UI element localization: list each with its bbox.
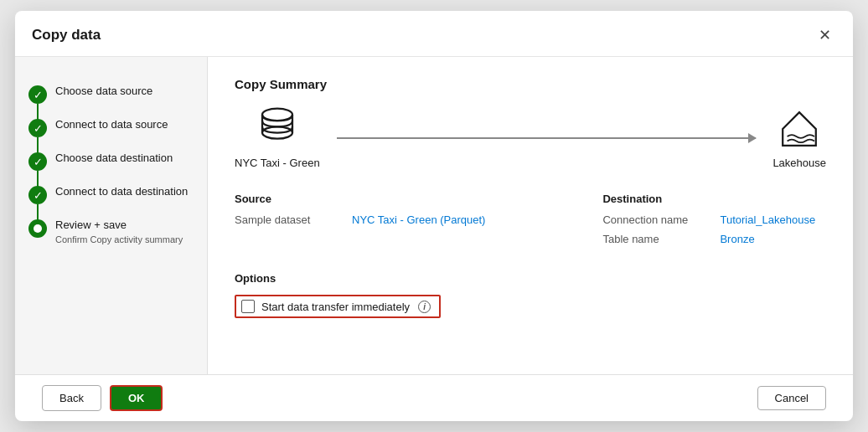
start-transfer-checkbox-row[interactable]: Start data transfer immediately i — [235, 295, 441, 318]
step-text-1: Choose data source — [55, 84, 152, 99]
step-label-4: Connect to data destination — [55, 184, 188, 199]
step-circle-2: ✓ — [28, 119, 47, 137]
dialog-title: Copy data — [32, 27, 101, 44]
step-label-3: Choose data destination — [55, 151, 173, 166]
lakehouse-icon — [777, 106, 822, 152]
dialog-header: Copy data ✕ — [15, 11, 853, 57]
step-label-2: Connect to data source — [55, 117, 168, 132]
dest-value-2: Bronze — [720, 233, 754, 245]
arrow-line — [337, 137, 757, 139]
dest-col-title: Destination — [602, 193, 815, 205]
copy-data-dialog: Copy data ✕ ✓ Choose data source ✓ Conne… — [15, 11, 853, 421]
dest-key-2: Table name — [602, 233, 695, 245]
back-button[interactable]: Back — [42, 385, 101, 411]
copy-summary-title: Copy Summary — [235, 77, 826, 91]
step-circle-5 — [28, 219, 47, 238]
step-circle-1: ✓ — [28, 85, 47, 104]
sidebar-item-choose-dest: ✓ Choose data destination — [15, 144, 207, 177]
step-text-2: Connect to data source — [55, 117, 168, 132]
flow-arrow — [337, 137, 757, 139]
start-transfer-checkbox[interactable] — [241, 300, 255, 313]
source-key: Sample dataset — [235, 213, 327, 226]
step-label-5: Review + save — [55, 218, 183, 233]
step-sublabel-5: Confirm Copy activity summary — [55, 234, 183, 244]
checkmark-icon-3: ✓ — [34, 157, 43, 167]
info-icon: i — [418, 301, 431, 313]
dest-label: Lakehouse — [772, 157, 826, 169]
checkmark-icon-1: ✓ — [34, 90, 43, 100]
step-text-4: Connect to data destination — [55, 184, 188, 199]
checkmark-icon-4: ✓ — [34, 190, 43, 201]
step-label-1: Choose data source — [55, 84, 152, 99]
step-circle-4: ✓ — [28, 186, 47, 204]
sidebar-item-choose-source: ✓ Choose data source — [15, 77, 207, 111]
dest-info-col: Destination Connection name Tutorial_Lak… — [602, 193, 815, 252]
dest-value-1: Tutorial_Lakehouse — [720, 213, 815, 226]
cancel-button[interactable]: Cancel — [757, 386, 826, 410]
options-title: Options — [235, 272, 826, 285]
source-value: NYC Taxi - Green (Parquet) — [352, 213, 485, 226]
dest-info-row-2: Table name Bronze — [602, 233, 815, 245]
source-col-title: Source — [235, 193, 485, 205]
database-icon — [255, 106, 300, 152]
copy-flow: NYC Taxi - Green Lakehouse — [235, 106, 826, 169]
checkmark-icon-2: ✓ — [34, 123, 43, 134]
step-text-3: Choose data destination — [55, 151, 173, 166]
checkmark-icon-5 — [34, 224, 42, 233]
sidebar: ✓ Choose data source ✓ Connect to data s… — [15, 57, 208, 374]
dest-flow-icon: Lakehouse — [772, 106, 826, 169]
close-button[interactable]: ✕ — [814, 24, 836, 46]
dest-key-1: Connection name — [602, 213, 695, 226]
dialog-body: ✓ Choose data source ✓ Connect to data s… — [15, 57, 853, 374]
source-info-row: Sample dataset NYC Taxi - Green (Parquet… — [235, 213, 485, 226]
source-info-col: Source Sample dataset NYC Taxi - Green (… — [235, 193, 485, 252]
options-section: Options Start data transfer immediately … — [235, 272, 826, 318]
sidebar-item-connect-source: ✓ Connect to data source — [15, 111, 207, 144]
sidebar-item-connect-dest: ✓ Connect to data destination — [15, 177, 207, 211]
dialog-footer: Back OK Cancel — [15, 374, 853, 421]
main-content: Copy Summary NYC Taxi - Green — [208, 57, 853, 374]
sidebar-item-review-save: Review + save Confirm Copy activity summ… — [15, 211, 207, 251]
ok-button[interactable]: OK — [110, 385, 163, 411]
info-section: Source Sample dataset NYC Taxi - Green (… — [235, 193, 826, 252]
footer-left: Back OK — [42, 385, 163, 411]
source-label: NYC Taxi - Green — [235, 157, 320, 169]
start-transfer-label: Start data transfer immediately — [261, 301, 410, 313]
step-text-5: Review + save Confirm Copy activity summ… — [55, 218, 183, 244]
dest-info-row-1: Connection name Tutorial_Lakehouse — [602, 213, 815, 226]
source-flow-icon: NYC Taxi - Green — [235, 106, 320, 169]
step-circle-3: ✓ — [28, 152, 47, 171]
